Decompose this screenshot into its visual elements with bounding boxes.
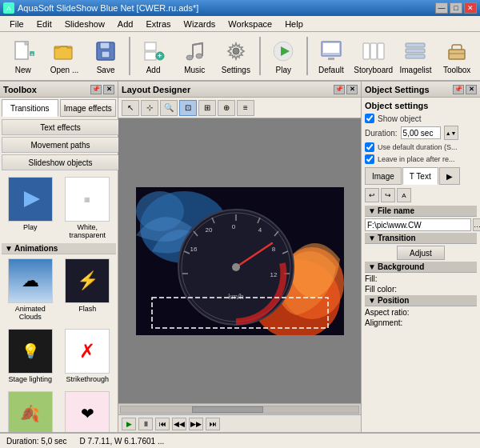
add-button[interactable]: + Add: [134, 34, 174, 78]
imagelist-button[interactable]: Imagelist: [396, 34, 436, 78]
layout-tool-arrow[interactable]: ↖: [122, 100, 139, 116]
toolbox-item-flash[interactable]: ⚡ Flash: [61, 256, 115, 323]
toolbox-item-stage[interactable]: 💡 Stage lighting: [3, 326, 58, 386]
toolbox-close-btn[interactable]: ✕: [103, 85, 114, 94]
settings-panel-btns[interactable]: 📌 ✕: [453, 85, 477, 94]
toolbox-item-strike[interactable]: ✗ Strikethrough: [61, 326, 115, 386]
background-section[interactable]: ▼ Background: [365, 262, 477, 273]
toolbox-pin-btn[interactable]: 📌: [90, 85, 102, 94]
layout-panel-header: Layout Designer 📌 ✕: [118, 82, 361, 98]
tab-image-effects[interactable]: Image effects: [60, 99, 117, 117]
toolbox-item-clouds[interactable]: ☁ Animated Clouds: [3, 256, 58, 323]
layout-tool-snap[interactable]: ⊕: [218, 100, 235, 116]
music-button[interactable]: Music: [174, 34, 214, 78]
new-button[interactable]: + New: [3, 34, 43, 78]
play-icon: [270, 38, 296, 64]
show-object-checkbox[interactable]: [365, 114, 374, 123]
use-default-checkbox[interactable]: [365, 142, 374, 152]
tab-text-effects[interactable]: Text effects: [2, 119, 119, 135]
menu-slideshow[interactable]: Slideshow: [58, 18, 111, 30]
tab-text[interactable]: T Text: [402, 167, 438, 185]
menu-help[interactable]: Help: [278, 18, 310, 30]
object-settings-title: Object settings: [365, 101, 477, 110]
toolbox-panel-btns[interactable]: 📌 ✕: [90, 85, 114, 94]
browse-btn[interactable]: …: [473, 218, 480, 231]
new-label: New: [15, 66, 31, 74]
layout-tool-zoom[interactable]: 🔍: [160, 100, 178, 116]
music-icon: [182, 38, 207, 64]
scrollbar-thumb-h[interactable]: [192, 406, 263, 413]
undo-btn[interactable]: ↩: [365, 188, 379, 202]
toolbox-scroll[interactable]: Play ▦ White, transparent ▼ Animations: [0, 171, 118, 432]
tab-slideshow-objects[interactable]: Slideshow objects: [2, 154, 119, 170]
layout-close-btn[interactable]: ✕: [346, 85, 358, 94]
play-button[interactable]: Play: [264, 34, 304, 78]
menu-workspace[interactable]: Workspace: [222, 18, 278, 30]
duration-input[interactable]: [401, 126, 441, 139]
minimize-button[interactable]: —: [435, 2, 448, 14]
svg-text:12: 12: [270, 271, 277, 278]
adjust-button[interactable]: Adjust: [397, 246, 445, 260]
settings-button[interactable]: Settings: [216, 34, 256, 78]
position-section[interactable]: ▼ Position: [365, 295, 477, 306]
storyboard-button[interactable]: Storyboard: [353, 34, 394, 78]
layout-tool-grid[interactable]: ⊞: [198, 100, 216, 116]
fill-row: Fill:: [365, 274, 477, 283]
transition-section[interactable]: ▼ Transition: [365, 233, 477, 244]
title-bar-buttons[interactable]: — □ ✕: [435, 2, 477, 14]
toolbox-label-flash: Flash: [78, 305, 96, 313]
layout-tool-select[interactable]: ⊹: [141, 100, 158, 116]
filename-section[interactable]: ▼ File name: [365, 206, 477, 217]
toolbox-item-play[interactable]: Play: [3, 174, 58, 242]
toolbox-tabs[interactable]: Transitions Image effects: [2, 99, 116, 117]
scrollbar-track-h[interactable]: [120, 406, 359, 414]
mc-step-back-btn[interactable]: ◀◀: [172, 418, 186, 430]
toolbox-thumb-strike: ✗: [65, 329, 110, 374]
layout-scrollbar-h[interactable]: [118, 403, 361, 414]
menu-extras[interactable]: Extras: [139, 18, 177, 30]
menu-file[interactable]: File: [3, 18, 30, 30]
open-button[interactable]: Open ...: [45, 34, 85, 78]
main-area: Toolbox 📌 ✕ Transitions Image effects Te…: [0, 82, 480, 432]
tab-image[interactable]: Image: [365, 167, 402, 185]
save-button[interactable]: Save: [86, 34, 126, 78]
close-button[interactable]: ✕: [464, 2, 477, 14]
layout-panel-btns[interactable]: 📌 ✕: [334, 85, 358, 94]
redo-btn[interactable]: ↪: [381, 188, 395, 202]
layout-tool-ruler[interactable]: ≡: [237, 100, 254, 116]
svg-marker-30: [24, 191, 40, 207]
mc-pause-btn[interactable]: ⏸: [138, 418, 153, 430]
menu-wizards[interactable]: Wizards: [178, 18, 222, 30]
leave-in-place-checkbox[interactable]: [365, 154, 374, 164]
mc-prev-btn[interactable]: ⏮: [155, 418, 170, 430]
mc-play-btn[interactable]: ▶: [122, 418, 136, 430]
mc-step-fwd-btn[interactable]: ▶▶: [189, 418, 203, 430]
layout-tool-fit[interactable]: ⊡: [179, 100, 197, 116]
menu-add[interactable]: Add: [111, 18, 140, 30]
svg-rect-22: [363, 43, 370, 59]
toolbox-label-white: White, transparent: [63, 223, 113, 239]
toolbox-item-white[interactable]: ▦ White, transparent: [61, 174, 115, 242]
format-btn[interactable]: A: [397, 188, 411, 202]
layout-pin-btn[interactable]: 📌: [334, 85, 345, 94]
filename-input[interactable]: [365, 218, 471, 231]
tab-movement-paths[interactable]: Movement paths: [2, 137, 119, 153]
tab-transitions[interactable]: Transitions: [2, 99, 58, 117]
animations-section-header[interactable]: ▼ Animations: [2, 243, 116, 254]
duration-spin[interactable]: ▲▼: [444, 126, 458, 140]
svg-rect-26: [406, 49, 425, 53]
settings-close-btn[interactable]: ✕: [466, 85, 477, 94]
menu-edit[interactable]: Edit: [30, 18, 58, 30]
default-button[interactable]: Default: [311, 34, 351, 78]
settings-pin-btn[interactable]: 📌: [453, 85, 464, 94]
fill-color-row: Fill color:: [365, 285, 477, 294]
layout-panel: Layout Designer 📌 ✕ ↖ ⊹ 🔍 ⊡ ⊞ ⊕ ≡: [118, 82, 362, 432]
image-text-tabs[interactable]: Image T Text ▶: [365, 167, 477, 185]
maximize-button[interactable]: □: [450, 2, 462, 14]
toolbox-button[interactable]: Toolbox: [437, 34, 477, 78]
toolbox-item-fall[interactable]: 🍂 Fall: [3, 389, 58, 432]
mc-next-btn[interactable]: ⏭: [206, 418, 220, 430]
toolbox-item-hearts[interactable]: ❤ Hearts: [61, 389, 115, 432]
add-label: Add: [146, 66, 161, 74]
tab-more[interactable]: ▶: [439, 167, 460, 185]
